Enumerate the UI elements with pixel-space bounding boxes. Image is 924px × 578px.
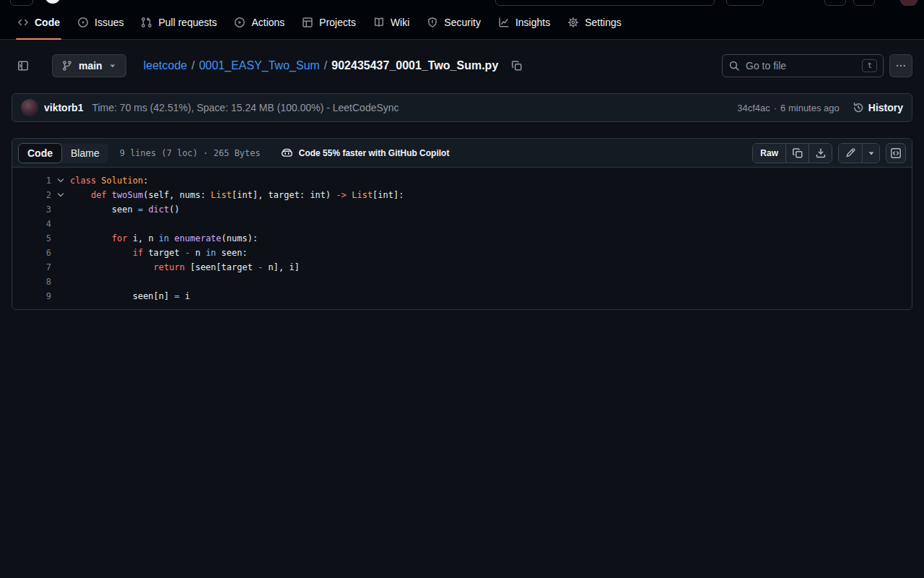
- gear-icon: [567, 17, 579, 28]
- code-line: 8: [12, 275, 912, 289]
- download-icon: [815, 147, 827, 159]
- tab-label: Security: [444, 17, 481, 28]
- user-avatar[interactable]: [899, 0, 918, 6]
- breadcrumb-repo-link[interactable]: leetcode: [144, 59, 188, 72]
- page-content: main leetcode / 0001_EASY_Two_Sum / 9024…: [0, 40, 924, 310]
- play-icon: [234, 17, 245, 28]
- file-name: 902435437_0001_Two_Sum.py: [331, 59, 498, 72]
- copy-path-button[interactable]: [507, 56, 527, 76]
- line-number[interactable]: 4: [12, 219, 51, 229]
- copilot-banner: Code 55% faster with GitHub Copilot: [281, 147, 450, 159]
- file-header-actions: t: [722, 54, 912, 77]
- code-line: 3 seen = dict(): [12, 202, 912, 217]
- code-line: 1class Solution:: [12, 173, 912, 188]
- branch-selector-button[interactable]: main: [52, 54, 126, 77]
- copilot-banner-text: Code 55% faster with GitHub Copilot: [299, 148, 450, 158]
- commit-sha-time: 34cf4ac · 6 minutes ago: [737, 103, 840, 113]
- line-number[interactable]: 3: [12, 204, 51, 215]
- tab-actions[interactable]: Actions: [228, 6, 290, 39]
- line-number[interactable]: 6: [12, 248, 51, 258]
- breadcrumb-dir-link[interactable]: 0001_EASY_Two_Sum: [199, 59, 320, 72]
- code-line: 7 return [seen[target - n], i]: [12, 260, 912, 275]
- line-number[interactable]: 1: [12, 176, 51, 186]
- file-stats: 9 lines (7 loc) · 265 Bytes: [120, 148, 261, 158]
- commit-author[interactable]: viktorb1: [44, 102, 83, 113]
- code-box-header: Code Blame 9 lines (7 loc) · 265 Bytes C…: [12, 139, 912, 168]
- raw-button[interactable]: Raw: [753, 144, 785, 163]
- more-options-button[interactable]: [889, 54, 912, 77]
- line-number[interactable]: 5: [12, 233, 51, 243]
- edit-dropdown-button[interactable]: [862, 144, 879, 163]
- line-number[interactable]: 2: [12, 190, 51, 200]
- tab-pull-requests[interactable]: Pull requests: [135, 6, 222, 39]
- code-square-icon: [890, 147, 902, 159]
- tab-settings[interactable]: Settings: [562, 6, 627, 39]
- latest-commit-bar: viktorb1 Time: 70 ms (42.51%), Space: 15…: [12, 93, 912, 122]
- global-search-input[interactable]: [495, 0, 715, 6]
- tab-code[interactable]: Code: [12, 6, 66, 39]
- tab-label: Insights: [515, 17, 550, 28]
- code-line: 2 def twoSum(self, nums: List[int], targ…: [12, 188, 912, 202]
- code-line: 4: [12, 217, 912, 231]
- tab-label: Code: [35, 17, 60, 28]
- goto-file-search[interactable]: t: [722, 54, 884, 77]
- tab-label: Actions: [251, 17, 284, 28]
- repo-nav: Code Issues Pull requests Actions Projec…: [0, 6, 924, 40]
- history-icon: [853, 102, 864, 113]
- issues-header-button[interactable]: [853, 0, 875, 6]
- shield-icon: [427, 17, 438, 28]
- commit-sha[interactable]: 34cf4ac: [737, 103, 770, 113]
- tab-issues[interactable]: Issues: [71, 6, 129, 39]
- copy-file-button[interactable]: [785, 144, 808, 163]
- tab-projects[interactable]: Projects: [296, 6, 362, 39]
- tab-label: Wiki: [391, 17, 409, 28]
- copilot-header-button[interactable]: [726, 0, 764, 6]
- github-logo[interactable]: [45, 0, 61, 4]
- triangle-down-icon: [867, 149, 876, 158]
- table-icon: [302, 17, 313, 28]
- commit-author-avatar[interactable]: [21, 99, 38, 116]
- code-line-text: class Solution:: [70, 176, 148, 186]
- code-line-text: seen[n] = i: [70, 291, 190, 301]
- file-tree-toggle-button[interactable]: [12, 54, 35, 77]
- tab-blame-view[interactable]: Blame: [62, 143, 108, 163]
- history-button[interactable]: History: [853, 102, 903, 113]
- code-line: 5 for i, n in enumerate(nums):: [12, 231, 912, 246]
- file-header-row: main leetcode / 0001_EASY_Two_Sum / 9024…: [12, 54, 912, 77]
- commit-time-ago: 6 minutes ago: [780, 103, 840, 113]
- goto-file-input[interactable]: [746, 60, 856, 72]
- hamburger-menu-button[interactable]: [10, 0, 33, 6]
- graph-icon: [498, 17, 510, 28]
- tab-insights[interactable]: Insights: [492, 6, 556, 39]
- history-label: History: [868, 102, 903, 113]
- book-icon: [373, 17, 385, 28]
- tab-label: Issues: [95, 17, 123, 28]
- chevron-down-icon: [108, 61, 117, 70]
- breadcrumb-separator: /: [191, 59, 194, 72]
- line-number[interactable]: 8: [12, 277, 51, 287]
- tab-security[interactable]: Security: [421, 6, 487, 39]
- download-button[interactable]: [808, 144, 832, 163]
- tab-code-view[interactable]: Code: [18, 143, 62, 163]
- commit-message[interactable]: Time: 70 ms (42.51%), Space: 15.24 MB (1…: [92, 102, 398, 113]
- edit-file-button[interactable]: [839, 144, 862, 163]
- git-pull-request-icon: [141, 17, 152, 28]
- line-number[interactable]: 9: [12, 291, 51, 301]
- breadcrumb-separator: /: [324, 59, 327, 72]
- edit-group: [838, 143, 880, 163]
- kebab-horizontal-icon: [895, 60, 907, 72]
- code-line-text: def twoSum(self, nums: List[int], target…: [70, 190, 404, 200]
- line-number[interactable]: 7: [12, 262, 51, 272]
- code-line-text: seen = dict(): [70, 204, 180, 215]
- side-panel-icon: [17, 60, 29, 72]
- copy-icon: [792, 147, 803, 159]
- fold-chevron-icon[interactable]: [51, 191, 70, 199]
- raw-copy-download-group: Raw: [752, 143, 832, 163]
- code-line-text: return [seen[target - n], i]: [70, 262, 300, 272]
- tab-wiki[interactable]: Wiki: [367, 6, 415, 39]
- fold-chevron-icon[interactable]: [51, 176, 70, 185]
- goto-file-kbd: t: [862, 59, 877, 72]
- symbols-panel-button[interactable]: [886, 143, 906, 163]
- tab-label: Projects: [319, 17, 356, 28]
- create-new-button[interactable]: [824, 0, 846, 6]
